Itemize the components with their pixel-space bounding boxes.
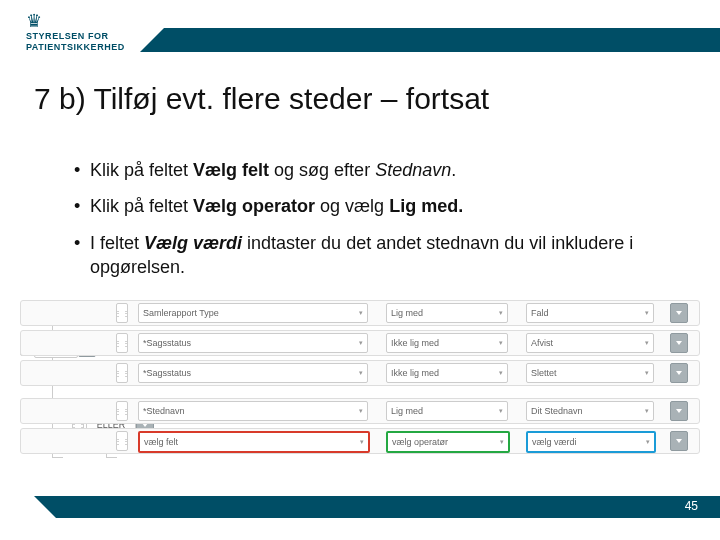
chevron-down-icon: ▾ [645,369,649,377]
bullet-text: Vælg operator [193,196,315,216]
bullet-item: Klik på feltet Vælg operator og vælg Lig… [74,194,690,218]
filter-operator[interactable]: Lig med▾ [386,303,508,323]
row-menu-dropdown[interactable] [670,401,688,421]
bullet-text: Vælg værdi [144,233,242,253]
filter-operator[interactable]: Ikke lig med▾ [386,363,508,383]
bullet-text: Klik på feltet [90,160,193,180]
agency-name-line2: PATIENTSIKKERHED [26,43,125,52]
bullet-text: Klik på feltet [90,196,193,216]
bullet-text: . [451,160,456,180]
filter-field-label: *Sagsstatus [143,338,191,348]
bullet-text: Lig med. [389,196,463,216]
filter-field[interactable]: *Sagsstatus▾ [138,333,368,353]
filter-field-label: Samlerapport Type [143,308,219,318]
row-menu-dropdown[interactable] [670,363,688,383]
bullet-text: Stednavn [375,160,451,180]
chevron-down-icon: ▾ [499,369,503,377]
chevron-down-icon: ▾ [499,407,503,415]
filter-value-label: Afvist [531,338,553,348]
header-band [140,28,720,52]
drag-handle-icon[interactable]: ⋮⋮ [116,333,128,353]
page-title: 7 b) Tilføj evt. flere steder – fortsat [34,82,489,116]
filter-operator[interactable]: Lig med▾ [386,401,508,421]
chevron-down-icon: ▾ [359,369,363,377]
filter-field-label: vælg felt [144,437,178,447]
chevron-down-icon: ▾ [645,339,649,347]
chevron-down-icon: ▾ [500,438,504,446]
filter-operator-label: Ikke lig med [391,338,439,348]
chevron-down-icon: ▾ [645,309,649,317]
filter-value-label: vælg værdi [532,437,577,447]
agency-name-line1: STYRELSEN FOR [26,32,125,41]
drag-handle-icon[interactable]: ⋮⋮ [116,363,128,383]
filter-value-label: Dit Stednavn [531,406,583,416]
filter-value[interactable]: vælg værdi▾ [526,431,656,453]
row-menu-dropdown[interactable] [670,303,688,323]
filter-value[interactable]: Slettet▾ [526,363,654,383]
filter-value[interactable]: Fald▾ [526,303,654,323]
chevron-down-icon: ▾ [646,438,650,446]
filter-value-label: Slettet [531,368,557,378]
header-band-notch [140,28,164,52]
chevron-down-icon: ▾ [499,309,503,317]
slide: ♛ STYRELSEN FOR PATIENTSIKKERHED 7 b) Ti… [0,0,720,540]
chevron-down-icon: ▾ [499,339,503,347]
filter-operator-label: vælg operatør [392,437,448,447]
filter-value-label: Fald [531,308,549,318]
bullet-item: I feltet Vælg værdi indtaster du det and… [74,231,690,280]
crown-icon: ♛ [26,12,125,30]
footer-notch [34,496,56,518]
filter-operator-label: Ikke lig med [391,368,439,378]
row-menu-dropdown[interactable] [670,431,688,451]
filter-operator[interactable]: Ikke lig med▾ [386,333,508,353]
filter-field[interactable]: *Sagsstatus▾ [138,363,368,383]
filter-field[interactable]: *Stednavn▾ [138,401,368,421]
chevron-down-icon: ▾ [360,438,364,446]
bullet-text: og søg efter [269,160,375,180]
filter-field-label: *Stednavn [143,406,185,416]
filter-field-label: *Sagsstatus [143,368,191,378]
drag-handle-icon[interactable]: ⋮⋮ [116,431,128,451]
drag-handle-icon[interactable]: ⋮⋮ [116,401,128,421]
bullet-text: og vælg [315,196,389,216]
bullet-text: Vælg felt [193,160,269,180]
filter-value[interactable]: Afvist▾ [526,333,654,353]
agency-logo: ♛ STYRELSEN FOR PATIENTSIKKERHED [26,12,125,53]
filter-field[interactable]: Samlerapport Type▾ [138,303,368,323]
footer-bar: 45 [34,496,720,518]
chevron-down-icon: ▾ [359,339,363,347]
chevron-down-icon: ▾ [359,309,363,317]
filter-operator-label: Lig med [391,308,423,318]
bullet-list: Klik på feltet Vælg felt og søg efter St… [34,158,690,291]
bullet-item: Klik på feltet Vælg felt og søg efter St… [74,158,690,182]
filter-field[interactable]: vælg felt▾ [138,431,370,453]
filter-diagram: ⋮⋮ OG ⋮⋮ ELLER ⋮⋮Samlerapport Type▾Lig m… [20,296,700,466]
drag-handle-icon[interactable]: ⋮⋮ [116,303,128,323]
bullet-text: I feltet [90,233,144,253]
filter-value[interactable]: Dit Stednavn▾ [526,401,654,421]
header: ♛ STYRELSEN FOR PATIENTSIKKERHED [0,20,720,56]
page-number: 45 [685,499,698,513]
filter-operator[interactable]: vælg operatør▾ [386,431,510,453]
chevron-down-icon: ▾ [359,407,363,415]
filter-operator-label: Lig med [391,406,423,416]
chevron-down-icon: ▾ [645,407,649,415]
row-menu-dropdown[interactable] [670,333,688,353]
